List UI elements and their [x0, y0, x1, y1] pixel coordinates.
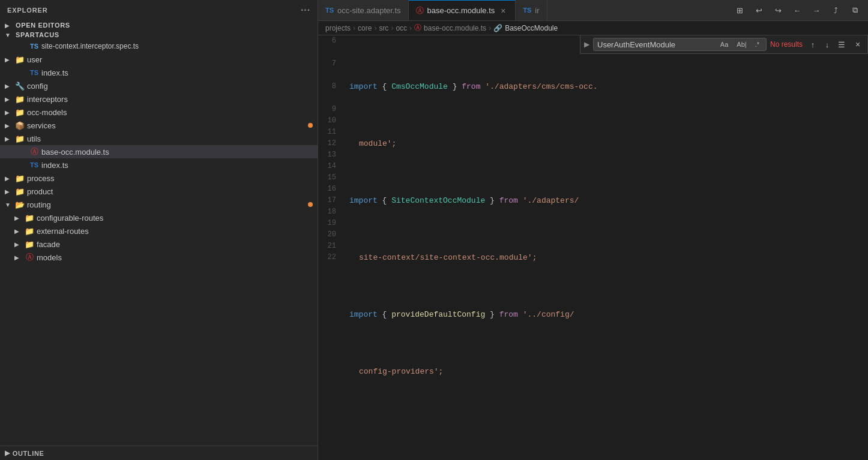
breadcrumb-class[interactable]: BaseOccModule	[505, 24, 558, 32]
outline-section[interactable]: ▶ Outline	[0, 446, 318, 460]
folder-icon: 🔧	[14, 82, 25, 91]
breadcrumb-base-occ-module[interactable]: base-occ.module.ts	[424, 24, 486, 32]
folder-name: facade	[37, 240, 60, 249]
folder-icon: 📁	[14, 134, 25, 143]
line-num-10: 10	[318, 115, 342, 127]
find-toggle-buttons: Aa Ab| .*	[717, 40, 762, 49]
ts-icon: TS	[29, 161, 40, 169]
find-prev-button[interactable]: ↑	[806, 38, 819, 51]
folder-name: services	[27, 121, 56, 130]
tree-item-facade[interactable]: ▶ 📁 facade	[0, 237, 318, 251]
folder-name: external-routes	[37, 227, 89, 236]
outline-arrow: ▶	[5, 449, 10, 457]
redo-button[interactable]: ↪	[770, 2, 786, 19]
line-num-9: 9	[318, 104, 342, 115]
tree-item-product[interactable]: ▶ 📁 product	[0, 185, 318, 198]
find-list-button[interactable]: ☰	[835, 38, 848, 51]
find-close-button[interactable]: ×	[852, 38, 864, 50]
file-name: site-context.interceptor.spec.ts	[41, 42, 139, 50]
tab-ir[interactable]: TS ir	[516, 0, 547, 21]
angular-folder-icon: Ⓐ	[24, 252, 35, 263]
line-num-22: 22	[318, 252, 342, 263]
sidebar-header-icons: ···	[301, 5, 310, 16]
file-tree: TS site-context.interceptor.spec.ts ▶ 📁 …	[0, 40, 318, 446]
breadcrumb-src[interactable]: src	[379, 24, 388, 32]
tree-item-index-ts-1[interactable]: TS index.ts	[0, 66, 318, 79]
folder-icon: 📁	[24, 240, 35, 249]
file-name: index.ts	[41, 161, 68, 170]
find-word-button[interactable]: Ab|	[734, 40, 749, 49]
line-num-13: 13	[318, 149, 342, 161]
line-num-blank-3	[318, 92, 342, 104]
tree-item-models[interactable]: ▶ Ⓐ models	[0, 251, 318, 264]
line-numbers: 6 7 8 9 10 11 12 13 14 15 16 17 18 19 20…	[318, 35, 347, 460]
tree-item-interceptors[interactable]: ▶ 📁 interceptors	[0, 92, 318, 106]
code-line-7: import { SiteContextOccModule } from './…	[349, 195, 868, 206]
spartacus-arrow: ▼	[5, 32, 14, 38]
split-right-button[interactable]: ⧉	[846, 2, 863, 19]
tab-actions: ⊞ ↩ ↪ ← → ⤴ ⧉	[731, 2, 868, 19]
folder-icon: 📁	[14, 174, 25, 183]
find-navigation: ↑ ↓ ☰	[806, 38, 848, 51]
editor-area: ▶ Aa Ab| .* No results ↑ ↓ ☰ × 6	[318, 35, 868, 460]
tree-item-occ-models[interactable]: ▶ 📁 occ-models	[0, 106, 318, 119]
tree-item-index-ts-2[interactable]: TS index.ts	[0, 158, 318, 172]
find-input-wrap: Aa Ab| .*	[593, 38, 767, 51]
spec-icon: TS	[29, 43, 40, 50]
folder-name: models	[37, 253, 62, 262]
folder-icon: 📁	[14, 55, 25, 64]
navigate-back-button[interactable]: ←	[789, 2, 806, 19]
ts-icon: TS	[29, 69, 40, 76]
tree-item-site-context-interceptor[interactable]: TS site-context.interceptor.spec.ts	[0, 40, 318, 53]
find-expand-icon[interactable]: ▶	[584, 40, 589, 49]
tree-item-configurable-routes[interactable]: ▶ 📁 configurable-routes	[0, 211, 318, 224]
sidebar-title: Explorer	[7, 7, 48, 14]
tree-item-utils[interactable]: ▶ 📁 utils	[0, 132, 318, 145]
open-editors-section[interactable]: ▶ Open Editors	[0, 20, 318, 30]
breadcrumb-occ[interactable]: occ	[396, 24, 407, 32]
main-editor: TS occ-site.adapter.ts Ⓐ base-occ.module…	[318, 0, 868, 460]
line-num-21: 21	[318, 240, 342, 252]
spartacus-section[interactable]: ▼ Spartacus	[0, 30, 318, 40]
line-num-17: 17	[318, 195, 342, 206]
spartacus-label: Spartacus	[16, 31, 59, 38]
tab-label: occ-site.adapter.ts	[337, 6, 401, 15]
more-icon[interactable]: ···	[301, 5, 310, 16]
split-editor-button[interactable]: ⊞	[731, 2, 748, 19]
outline-label: Outline	[13, 450, 44, 457]
tab-occ-site-adapter[interactable]: TS occ-site.adapter.ts	[318, 0, 409, 21]
folder-name: configurable-routes	[37, 214, 103, 223]
undo-button[interactable]: ↩	[750, 2, 767, 19]
find-input[interactable]	[597, 40, 715, 49]
tree-item-routing[interactable]: ▼ 📂 routing	[0, 198, 318, 211]
tree-item-process[interactable]: ▶ 📁 process	[0, 172, 318, 185]
line-num-14: 14	[318, 161, 342, 172]
line-num-18: 18	[318, 206, 342, 218]
ts-tab-icon2: TS	[523, 7, 531, 14]
tree-item-user[interactable]: ▶ 📁 user	[0, 53, 318, 66]
code-container[interactable]: 6 7 8 9 10 11 12 13 14 15 16 17 18 19 20…	[318, 35, 868, 460]
open-editors-label: Open Editors	[16, 22, 70, 29]
sidebar: Explorer ··· ▶ Open Editors ▼ Spartacus …	[0, 0, 318, 460]
code-lines: import { CmsOccModule } from './adapters…	[347, 35, 868, 460]
navigate-forward-button[interactable]: →	[808, 2, 825, 19]
tree-item-external-routes[interactable]: ▶ 📁 external-routes	[0, 224, 318, 237]
find-widget: ▶ Aa Ab| .* No results ↑ ↓ ☰ ×	[580, 35, 868, 54]
ts-tab-icon: TS	[325, 7, 334, 14]
line-num-12: 12	[318, 138, 342, 149]
line-num-15: 15	[318, 172, 342, 184]
tree-item-services[interactable]: ▶ 📦 services	[0, 119, 318, 132]
tab-base-occ-module[interactable]: Ⓐ base-occ.module.ts ×	[409, 0, 516, 21]
folder-icon: 📁	[14, 187, 25, 196]
code-line-7b: site-context/site-context-occ.module';	[349, 252, 868, 263]
tree-item-config[interactable]: ▶ 🔧 config	[0, 79, 318, 92]
breadcrumb-core[interactable]: core	[358, 24, 372, 32]
tab-bar: TS occ-site.adapter.ts Ⓐ base-occ.module…	[318, 0, 868, 21]
find-regex-button[interactable]: .*	[752, 40, 762, 49]
breadcrumb-projects[interactable]: projects	[325, 24, 351, 32]
find-case-button[interactable]: Aa	[717, 40, 731, 49]
tree-item-base-occ-module[interactable]: Ⓐ base-occ.module.ts	[0, 145, 318, 158]
tab-close-button[interactable]: ×	[498, 6, 508, 16]
find-next-button[interactable]: ↓	[821, 38, 834, 51]
go-to-file-button[interactable]: ⤴	[827, 2, 844, 19]
